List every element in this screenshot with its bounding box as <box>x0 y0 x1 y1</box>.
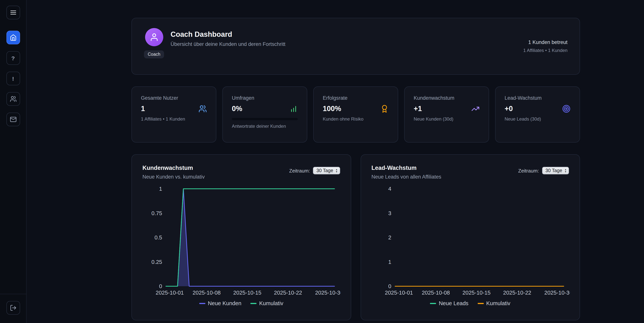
select-arrows-icon: ▲▼ <box>564 168 567 173</box>
award-icon <box>380 105 389 113</box>
sidebar: ? ! <box>0 0 26 323</box>
sidebar-item-alerts[interactable]: ! <box>6 72 20 85</box>
chart-legend: Neue KundenKumulativ <box>142 300 340 306</box>
stat-card-erfolgsrate: Erfolgsrate 100% Kunden ohne Risiko <box>313 86 398 143</box>
legend-label: Kumulativ <box>259 300 283 306</box>
legend-dash-icon <box>430 303 436 304</box>
stat-value: +1 <box>414 105 422 113</box>
chart-subtitle: Neue Leads von allen Affiliates <box>372 174 441 180</box>
hamburger-icon <box>10 9 16 16</box>
stat-card-kundenwachstum: Kundenwachstum +1 Neue Kunden (30d) <box>404 86 489 143</box>
chart-title: Lead-Wachstum <box>372 165 441 171</box>
stat-label: Erfolgsrate <box>323 95 389 101</box>
legend-label: Neue Leads <box>439 300 468 306</box>
legend-item: Neue Leads <box>430 300 468 306</box>
chart-card-kundenwachstum: Kundenwachstum Neue Kunden vs. kumulativ… <box>132 154 351 320</box>
legend-dash-icon <box>250 303 257 304</box>
stat-value: +0 <box>504 105 513 113</box>
main-content: Coach Coach Dashboard Übersicht über dei… <box>26 0 644 323</box>
avatar <box>145 28 163 46</box>
target-icon <box>562 105 570 113</box>
trending-up-icon <box>471 105 480 113</box>
page-title: Coach Dashboard <box>171 30 286 39</box>
stat-label: Gesamte Nutzer <box>141 95 207 101</box>
stat-value: 100% <box>323 105 341 113</box>
coach-badge: Coach <box>144 51 164 58</box>
svg-text:2025-10-22: 2025-10-22 <box>503 290 531 296</box>
stats-row: Gesamte Nutzer 1 1 Affiliates • 1 Kunden… <box>132 86 580 143</box>
svg-text:0.25: 0.25 <box>152 259 162 265</box>
svg-text:0.5: 0.5 <box>154 234 162 240</box>
svg-text:1: 1 <box>388 259 391 265</box>
svg-text:2025-10-15: 2025-10-15 <box>462 290 490 296</box>
timeframe-select[interactable]: 30 Tage ▲▼ <box>313 167 340 174</box>
svg-text:2025-10-01: 2025-10-01 <box>156 290 184 296</box>
users-icon <box>10 96 16 102</box>
sidebar-item-mail[interactable] <box>6 113 20 126</box>
chart-legend: Neue LeadsKumulativ <box>372 300 569 306</box>
svg-text:2: 2 <box>388 234 391 240</box>
header-card: Coach Coach Dashboard Übersicht über dei… <box>132 18 580 75</box>
stat-sub: Kunden ohne Risiko <box>323 116 389 122</box>
legend-item: Neue Kunden <box>199 300 241 306</box>
timeframe-label: Zeitraum: <box>518 168 539 173</box>
svg-text:2025-10-30: 2025-10-30 <box>315 290 340 296</box>
stat-value: 0% <box>232 105 242 113</box>
logout-button[interactable] <box>6 301 20 315</box>
timeframe-select[interactable]: 30 Tage ▲▼ <box>542 167 569 174</box>
legend-label: Neue Kunden <box>208 300 241 306</box>
stat-label: Umfragen <box>232 95 298 101</box>
svg-text:2025-10-08: 2025-10-08 <box>422 290 450 296</box>
svg-text:2025-10-22: 2025-10-22 <box>274 290 302 296</box>
svg-text:2025-10-08: 2025-10-08 <box>193 290 221 296</box>
stat-label: Lead-Wachstum <box>504 95 570 101</box>
chart-card-lead-wachstum: Lead-Wachstum Neue Leads von allen Affil… <box>360 154 580 320</box>
stat-sub: 1 Affiliates • 1 Kunden <box>141 116 207 122</box>
user-icon <box>150 33 158 42</box>
svg-text:2025-10-30: 2025-10-30 <box>544 290 570 296</box>
svg-text:1: 1 <box>159 186 162 192</box>
survey-progress-track <box>232 118 298 120</box>
svg-text:0: 0 <box>388 283 391 289</box>
stat-sub: Neue Kunden (30d) <box>414 116 480 122</box>
legend-label: Kumulativ <box>486 300 510 306</box>
affiliates-kunden-count: 1 Affiliates • 1 Kunden <box>523 48 568 53</box>
legend-dash-icon <box>478 303 484 304</box>
stat-value: 1 <box>141 105 145 113</box>
stat-label: Kundenwachstum <box>414 95 480 101</box>
mail-icon <box>10 116 16 123</box>
sidebar-item-home[interactable] <box>6 31 20 44</box>
stat-sub: Neue Leads (30d) <box>504 116 570 122</box>
menu-button[interactable] <box>6 6 20 19</box>
svg-text:2025-10-01: 2025-10-01 <box>385 290 413 296</box>
app-root: ? ! <box>0 0 644 323</box>
charts-row: Kundenwachstum Neue Kunden vs. kumulativ… <box>132 154 580 320</box>
chart-title: Kundenwachstum <box>142 165 205 171</box>
svg-text:2025-10-15: 2025-10-15 <box>233 290 261 296</box>
sidebar-item-help[interactable]: ? <box>6 51 20 65</box>
line-chart-kundenwachstum: 00.250.50.7512025-10-012025-10-082025-10… <box>142 184 340 299</box>
timeframe-label: Zeitraum: <box>289 168 310 173</box>
select-arrows-icon: ▲▼ <box>336 168 338 173</box>
legend-dash-icon <box>199 303 205 304</box>
svg-text:0.75: 0.75 <box>152 210 162 216</box>
sidebar-bottom <box>0 294 26 315</box>
legend-item: Kumulativ <box>250 300 283 306</box>
logout-icon <box>10 304 16 311</box>
chart-subtitle: Neue Kunden vs. kumulativ <box>142 174 205 180</box>
line-chart-lead-wachstum: 012342025-10-012025-10-082025-10-152025-… <box>372 184 569 299</box>
stat-card-lead-wachstum: Lead-Wachstum +0 Neue Leads (30d) <box>495 86 580 143</box>
legend-item: Kumulativ <box>478 300 510 306</box>
svg-text:0: 0 <box>159 283 162 289</box>
exclamation-icon: ! <box>12 75 14 82</box>
timeframe-value: 30 Tage <box>316 168 333 173</box>
page-subtitle: Übersicht über deine Kunden und deren Fo… <box>171 41 286 47</box>
question-icon: ? <box>11 55 15 61</box>
kunden-betreut-count: 1 Kunden betreut <box>528 40 568 45</box>
stat-card-gesamte-nutzer: Gesamte Nutzer 1 1 Affiliates • 1 Kunden <box>132 86 216 143</box>
sidebar-item-users[interactable] <box>6 92 20 106</box>
svg-text:3: 3 <box>388 210 391 216</box>
timeframe-value: 30 Tage <box>546 168 562 173</box>
stat-sub: Antwortrate deiner Kunden <box>232 124 298 129</box>
users-icon <box>198 105 207 113</box>
